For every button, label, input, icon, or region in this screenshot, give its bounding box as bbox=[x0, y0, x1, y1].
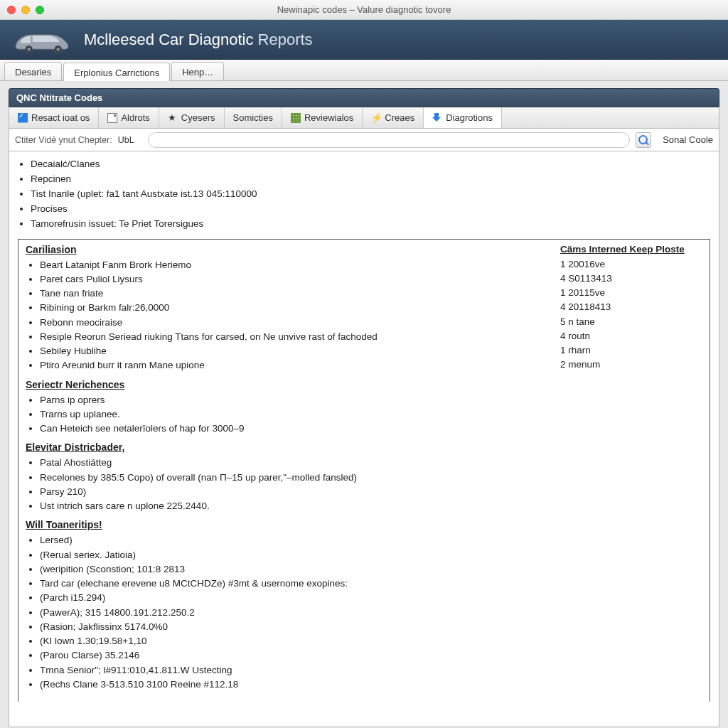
zoom-icon[interactable] bbox=[36, 6, 44, 14]
search-input[interactable] bbox=[148, 132, 631, 148]
sonal-label: Sonal Coole bbox=[657, 134, 713, 145]
list-item: Parsy 210) bbox=[40, 485, 702, 499]
list-item: Tmna Senior"; l#911:010,41.811.W Ustecti… bbox=[40, 663, 702, 678]
section-elevitar: Patal Ahostiátteg Recelones by 385:5 Cop… bbox=[26, 456, 702, 513]
right-value: 1 rharn bbox=[560, 343, 702, 358]
list-item: Patal Ahostiátteg bbox=[40, 456, 702, 470]
toolbar: Resact ioat os Aldrots ★Cyesers Somictie… bbox=[9, 107, 719, 129]
report-box: Cariliasion Beart Latanipt Fanm Brork He… bbox=[18, 239, 710, 702]
right-value: 2 menum bbox=[560, 358, 702, 372]
section-seriectr: Parns ip oprers Trarns up uplanee. Can H… bbox=[26, 393, 702, 437]
tool-aldrots[interactable]: Aldrots bbox=[99, 107, 159, 128]
panel-title: QNC Ntitrate Codes bbox=[9, 88, 719, 107]
window-title: Newinapic codes – Valure diagnotic tovor… bbox=[0, 4, 728, 15]
report-pane: Decaialć/Clanes Repcinen Tist Inarile (u… bbox=[9, 151, 719, 727]
list-item: Tard car (elechane erevene u8 MCtCHDZe) … bbox=[40, 577, 702, 591]
list-item: (Rerual seriex. Jatioia) bbox=[40, 548, 702, 562]
tool-somicties[interactable]: Somicties bbox=[225, 107, 282, 128]
search-button[interactable] bbox=[636, 132, 651, 148]
tool-label: Diagrotions bbox=[446, 112, 493, 123]
content-area: QNC Ntitrate Codes Resact ioat os Aldrot… bbox=[0, 81, 728, 728]
close-icon[interactable] bbox=[7, 6, 16, 14]
list-item: Tist Inarile (uplet: fa1 tant Austxate i… bbox=[31, 187, 710, 202]
right-column-header: Cäms Interned Keep Ploste bbox=[560, 244, 702, 255]
primary-tabstrip: Desaries Erplonius Carrictions Henp… bbox=[0, 60, 728, 81]
section-will: Lersed) (Rerual seriex. Jatioia) (weripi… bbox=[26, 533, 702, 692]
tab-henp[interactable]: Henp… bbox=[171, 62, 224, 80]
tool-cyesers[interactable]: ★Cyesers bbox=[159, 107, 225, 128]
list-item: Parns ip oprers bbox=[40, 393, 702, 407]
list-item: (Rasion; Jakflissinx 5174.0%0 bbox=[40, 620, 702, 634]
app-title-light: Reports bbox=[253, 31, 312, 48]
list-item: Recelones by 385:5 Copo) of overall (nan… bbox=[40, 471, 702, 485]
section-title: Cariliasion bbox=[26, 244, 549, 255]
list-item: (Parch i15.294) bbox=[40, 591, 702, 605]
filter-ubl: UbL bbox=[118, 135, 142, 145]
list-item: (Parou Clarse) 35.2146 bbox=[40, 648, 702, 663]
list-item: Trarns up uplanee. bbox=[40, 407, 702, 422]
list-item: Can Heteich see netalerïolers of hap for… bbox=[40, 422, 702, 436]
tool-label: Reviewialos bbox=[304, 112, 353, 123]
list-item: Repcinen bbox=[31, 172, 710, 187]
svg-point-3 bbox=[57, 48, 60, 50]
list-item: Tamorefrusin issuet: Te Priet Torersigue… bbox=[31, 217, 710, 232]
section-cariliasion: Cariliasion Beart Latanipt Fanm Brork He… bbox=[26, 244, 702, 373]
grid-icon bbox=[291, 113, 301, 123]
tab-desaries[interactable]: Desaries bbox=[4, 62, 62, 80]
app-title-bold: Mclleesed Car Diagnotic bbox=[84, 31, 253, 48]
app-header: Mclleesed Car Diagnotic Reports bbox=[0, 20, 728, 60]
list-item: Ust intrich sars care n uplone 225.2440. bbox=[40, 499, 702, 513]
svg-point-1 bbox=[27, 48, 30, 50]
tool-resact[interactable]: Resact ioat os bbox=[9, 107, 99, 128]
tool-label: Creaes bbox=[385, 112, 414, 123]
list-item: Decaialć/Clanes bbox=[31, 157, 710, 172]
list-item: Rebonn meociraise bbox=[40, 316, 549, 330]
search-icon bbox=[638, 135, 648, 145]
list-item: Beart Latanipt Fanm Brork Heriemo bbox=[40, 258, 549, 272]
list-item: Paret cars Puliol Liysurs bbox=[40, 272, 549, 287]
check-icon bbox=[18, 113, 28, 123]
list-item: (Rechs Clane 3-513.510 3100 Reeine #112.… bbox=[40, 678, 702, 692]
section-title: Will Toaneritips! bbox=[26, 519, 702, 530]
list-item: Sebiley Hublihe bbox=[40, 344, 549, 358]
tool-label: Aldrots bbox=[121, 112, 149, 123]
right-value: 4 S0113413 bbox=[560, 272, 702, 286]
right-value: 1 20115ve bbox=[560, 286, 702, 300]
tool-diagrotions[interactable]: Diagrotions bbox=[424, 107, 502, 128]
section-title: Seriectr Nerichences bbox=[26, 379, 702, 390]
document-icon bbox=[107, 113, 117, 123]
list-item: Procises bbox=[31, 202, 710, 217]
list-item: (PawerA); 315 14800.191.212.250.2 bbox=[40, 606, 702, 620]
list-item: Lersed) bbox=[40, 533, 702, 547]
tool-creaes[interactable]: ⚡Creaes bbox=[363, 107, 424, 128]
minimize-icon[interactable] bbox=[21, 6, 30, 14]
tab-erplonius[interactable]: Erplonius Carrictions bbox=[63, 63, 170, 81]
top-summary-list: Decaialć/Clanes Repcinen Tist Inarile (u… bbox=[18, 156, 710, 239]
right-value: 1 20016ve bbox=[560, 257, 702, 272]
list-item: Ribining or Barkm falr:26,0000 bbox=[40, 301, 549, 315]
download-icon bbox=[432, 113, 442, 123]
list-item: (KI lown 1.30;19.58+1,10 bbox=[40, 634, 702, 648]
section-title: Elevitar Districbader, bbox=[26, 441, 702, 453]
list-item: Tane nan friate bbox=[40, 287, 549, 301]
right-value: 4 20118413 bbox=[560, 300, 702, 314]
tool-label: Resact ioat os bbox=[31, 112, 90, 123]
bolt-icon: ⚡ bbox=[371, 113, 381, 123]
right-value: 5 n tane bbox=[560, 315, 702, 329]
app-logo-icon bbox=[10, 24, 74, 55]
list-item: (weripition (Sconstion; 101:8 2813 bbox=[40, 562, 702, 577]
tool-reviewialos[interactable]: Reviewialos bbox=[282, 107, 363, 128]
tool-label: Somicties bbox=[233, 112, 273, 123]
star-icon: ★ bbox=[168, 113, 178, 123]
window-titlebar: Newinapic codes – Valure diagnotic tovor… bbox=[0, 0, 728, 20]
right-value: 4 routn bbox=[560, 329, 702, 343]
tool-label: Cyesers bbox=[181, 112, 215, 123]
filter-label: Ctiter Vidê ynut Chepter: bbox=[15, 135, 112, 145]
list-item: Ptiro Areunid burr it ranm Mane upione bbox=[40, 358, 549, 373]
list-item: Resiple Reorun Seriead riuking Ttans for… bbox=[40, 330, 549, 344]
window-controls bbox=[7, 6, 44, 14]
filter-bar: Ctiter Vidê ynut Chepter: UbL Sonal Cool… bbox=[9, 129, 719, 151]
app-title: Mclleesed Car Diagnotic Reports bbox=[84, 31, 313, 49]
